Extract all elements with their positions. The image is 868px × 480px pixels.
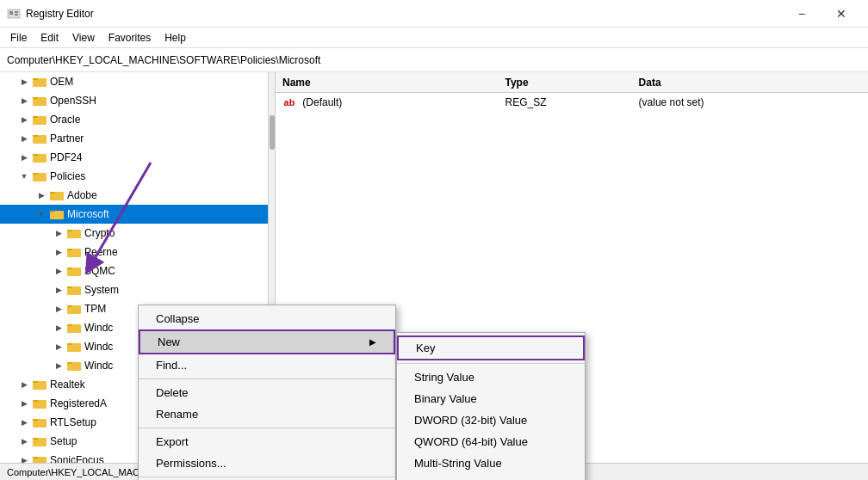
tree-label: PDF24 <box>50 151 82 163</box>
submenu-dword[interactable]: DWORD (32-bit) Value <box>397 409 585 431</box>
svg-rect-13 <box>33 154 38 156</box>
tree-label: Adobe <box>67 189 97 201</box>
menu-help[interactable]: Help <box>158 30 193 46</box>
folder-icon <box>67 283 81 297</box>
tree-item-peerne[interactable]: ▶ Peerne <box>0 243 275 262</box>
expand-icon: ▶ <box>52 321 65 335</box>
svg-rect-5 <box>33 78 38 80</box>
submenu-qword[interactable]: QWORD (64-bit) Value <box>397 431 585 452</box>
expand-icon: ▶ <box>52 245 65 259</box>
submenu-key[interactable]: Key <box>397 335 585 360</box>
expand-icon: ▼ <box>17 169 31 183</box>
ctx-find[interactable]: Find... <box>139 354 395 376</box>
folder-icon <box>33 94 46 108</box>
submenu-multistring[interactable]: Multi-String Value <box>397 452 585 474</box>
tree-label: OEM <box>50 76 73 88</box>
detail-row-default[interactable]: ab (Default) REG_SZ (value not set) <box>276 93 868 112</box>
tree-item-adobe[interactable]: ▶ Adobe <box>0 186 275 205</box>
svg-rect-17 <box>50 192 55 194</box>
detail-cell-type: REG_SZ <box>505 96 638 108</box>
ctx-collapse[interactable]: Collapse <box>139 308 395 329</box>
tree-item-oem[interactable]: ▶ OEM <box>0 72 275 91</box>
folder-icon <box>33 169 46 183</box>
svg-rect-41 <box>33 419 38 421</box>
close-button[interactable]: ✕ <box>822 0 861 28</box>
ctx-rename[interactable]: Rename <box>139 403 395 425</box>
svg-rect-1 <box>9 11 13 15</box>
expand-icon: ▶ <box>52 283 65 297</box>
expand-icon: ▶ <box>52 340 65 354</box>
folder-icon <box>67 302 81 316</box>
expand-icon: ▶ <box>17 113 31 126</box>
tree-label: Partner <box>50 132 84 145</box>
folder-icon <box>67 264 81 278</box>
tree-label: RegisteredA <box>50 397 107 409</box>
tree-label: TPM <box>84 303 106 315</box>
svg-rect-39 <box>33 400 38 402</box>
tree-label: Microsoft <box>67 208 109 220</box>
folder-icon <box>33 415 46 429</box>
expand-icon: ▶ <box>17 434 31 448</box>
col-header-data: Data <box>639 77 861 89</box>
svg-rect-9 <box>33 116 38 118</box>
tree-label: SonicFocus <box>50 454 104 463</box>
window-title: Registry Editor <box>26 8 782 20</box>
col-header-type: Type <box>505 77 638 89</box>
context-menu: Collapse New ▶ Find... Delete Rename Exp… <box>138 305 396 480</box>
ctx-export[interactable]: Export <box>139 431 395 452</box>
svg-rect-25 <box>67 268 72 269</box>
main-content: ▶ OEM ▶ OpenSSH ▶ Oracle ▶ Partne <box>0 72 868 463</box>
svg-rect-11 <box>33 135 38 137</box>
ctx-arrow-icon: ▶ <box>369 337 376 347</box>
folder-icon <box>33 434 46 448</box>
tree-label: Setup <box>50 435 77 447</box>
tree-item-sqmc[interactable]: ▶ SQMC <box>0 262 275 280</box>
tree-item-partner[interactable]: ▶ Partner <box>0 129 275 148</box>
expand-icon: ▶ <box>17 75 31 89</box>
svg-rect-29 <box>67 305 72 307</box>
svg-rect-37 <box>33 381 38 383</box>
ctx-delete[interactable]: Delete <box>139 382 395 403</box>
minimize-button[interactable]: − <box>782 0 822 28</box>
col-header-name: Name <box>282 77 505 89</box>
tree-item-system[interactable]: ▶ System <box>0 280 275 299</box>
expand-icon: ▼ <box>34 207 48 221</box>
folder-icon <box>33 132 46 145</box>
tree-item-microsoft[interactable]: ▼ Microsoft <box>0 205 275 224</box>
svg-rect-15 <box>33 173 38 175</box>
expand-icon: ▶ <box>34 188 48 202</box>
tree-label: Realtek <box>50 378 85 391</box>
submenu-string[interactable]: String Value <box>397 366 585 388</box>
tree-item-crypto[interactable]: ▶ Crypto <box>0 224 275 243</box>
expand-icon: ▶ <box>17 94 31 108</box>
tree-item-openssh[interactable]: ▶ OpenSSH <box>0 91 275 110</box>
svg-rect-35 <box>67 362 72 364</box>
tree-item-policies[interactable]: ▼ Policies <box>0 167 275 186</box>
folder-icon <box>67 245 81 259</box>
tree-label: Crypto <box>84 227 115 239</box>
ctx-new[interactable]: New ▶ <box>139 329 395 354</box>
menu-favorites[interactable]: Favorites <box>102 30 158 46</box>
menu-bar: File Edit View Favorites Help <box>0 28 868 48</box>
folder-icon <box>50 207 64 221</box>
detail-header: Name Type Data <box>276 72 868 93</box>
menu-file[interactable]: File <box>3 30 34 46</box>
menu-edit[interactable]: Edit <box>34 30 65 46</box>
svg-rect-7 <box>33 97 38 99</box>
registry-icon <box>7 7 21 21</box>
expand-icon: ▶ <box>17 453 31 463</box>
tree-item-pdf24[interactable]: ▶ PDF24 <box>0 148 275 167</box>
menu-view[interactable]: View <box>65 30 102 46</box>
tree-label: Policies <box>50 170 85 182</box>
scrollbar-thumb[interactable] <box>270 115 275 150</box>
submenu-binary[interactable]: Binary Value <box>397 388 585 409</box>
tree-item-oracle[interactable]: ▶ Oracle <box>0 110 275 129</box>
svg-rect-43 <box>33 438 38 440</box>
expand-icon: ▶ <box>17 151 31 164</box>
folder-icon <box>67 321 81 335</box>
svg-rect-45 <box>33 457 38 458</box>
submenu-expandable[interactable]: Expandable String Value <box>397 474 585 480</box>
expand-icon: ▶ <box>52 302 65 316</box>
ctx-permissions[interactable]: Permissions... <box>139 452 395 474</box>
ctx-separator-1 <box>139 378 395 379</box>
